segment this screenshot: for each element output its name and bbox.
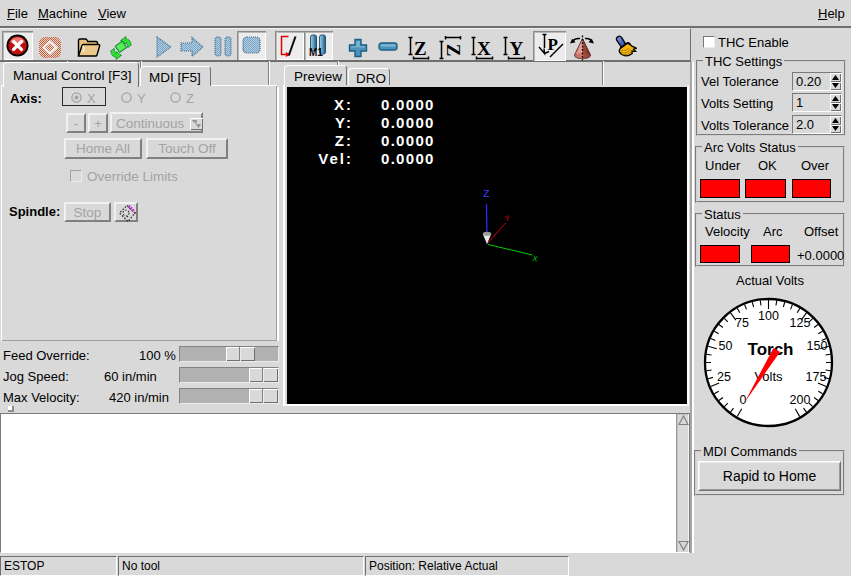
svg-text:Z: Z xyxy=(443,44,464,57)
svg-text:100: 100 xyxy=(758,309,779,323)
svg-text:150: 150 xyxy=(807,339,828,353)
svg-text:Z: Z xyxy=(414,38,427,59)
svg-text:25: 25 xyxy=(717,370,731,384)
svg-text:Y: Y xyxy=(510,38,524,59)
svg-text:0: 0 xyxy=(740,393,747,407)
svg-text:X: X xyxy=(477,38,491,59)
svg-text:125: 125 xyxy=(790,316,811,330)
svg-text:50: 50 xyxy=(719,339,733,353)
svg-text:X: X xyxy=(532,254,539,264)
svg-text:200: 200 xyxy=(790,393,811,407)
svg-text:P: P xyxy=(548,35,558,54)
svg-text:Y: Y xyxy=(504,213,511,223)
svg-text:Z: Z xyxy=(483,188,490,200)
svg-text:M1: M1 xyxy=(309,47,323,57)
svg-text:175: 175 xyxy=(806,370,827,384)
svg-text:75: 75 xyxy=(735,316,749,330)
